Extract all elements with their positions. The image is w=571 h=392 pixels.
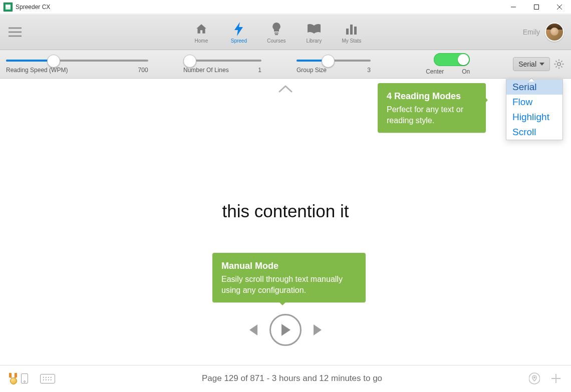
callout-body: Easily scroll through text manually usin… [221, 274, 357, 295]
nav-home[interactable]: Home [182, 15, 220, 50]
callout-title: 4 Reading Modes [387, 90, 477, 102]
svg-rect-2 [350, 25, 353, 35]
nav-stats[interactable]: My Stats [333, 15, 370, 50]
user-name: Emily [523, 28, 540, 36]
next-icon [313, 323, 324, 336]
window-maximize-button[interactable] [525, 0, 548, 14]
phone-icon [21, 373, 28, 383]
medal-icon [9, 373, 17, 384]
window-minimize-button[interactable] [502, 0, 525, 14]
bulb-icon [271, 21, 281, 37]
reading-stage: 4 Reading Modes Perfect for any text or … [0, 79, 571, 365]
svg-rect-1 [346, 29, 349, 35]
svg-rect-3 [354, 27, 357, 35]
speed-label: Reading Speed (WPM) [6, 67, 68, 74]
speed-value: 700 [138, 67, 148, 74]
play-button[interactable] [269, 314, 302, 346]
next-button[interactable] [313, 323, 324, 336]
play-icon [279, 323, 292, 337]
nav-label: Courses [267, 38, 286, 44]
group-slider[interactable]: Group Size 3 [297, 50, 371, 78]
window-close-button[interactable] [548, 0, 571, 14]
plus-icon [550, 372, 562, 384]
app-window: Spreeder CX Home [0, 0, 571, 392]
svg-rect-0 [534, 5, 539, 9]
menu-button[interactable] [0, 15, 30, 50]
mode-option-serial[interactable]: Serial [506, 80, 562, 95]
reading-text: this contention it [0, 201, 571, 221]
chevron-down-icon [539, 62, 544, 66]
group-label: Group Size [297, 67, 327, 74]
bars-icon [346, 21, 358, 37]
keyboard-button[interactable] [40, 374, 55, 383]
group-value: 3 [367, 67, 371, 74]
mode-select-button[interactable]: Serial [513, 57, 550, 71]
nav-label: Spreed [231, 38, 247, 44]
nav-library[interactable]: Library [295, 15, 333, 50]
status-bar: Page 129 of 871 - 3 hours and 12 minutes… [0, 365, 571, 391]
nav-label: My Stats [342, 38, 361, 44]
maximize-icon [534, 5, 539, 10]
nav-courses[interactable]: Courses [257, 15, 295, 50]
main-nav: Home Spreed Courses Library [30, 15, 523, 50]
mode-dropdown: Serial Flow Highlight Scroll [506, 79, 563, 140]
playback-controls [0, 314, 571, 346]
callout-body: Perfect for any text or reading style. [387, 104, 477, 126]
center-state: On [462, 68, 470, 75]
settings-button[interactable] [553, 58, 565, 70]
mode-area: Serial [513, 50, 565, 78]
nav-label: Home [195, 38, 208, 44]
prev-icon [247, 323, 258, 336]
mode-selected-label: Serial [518, 60, 536, 68]
lines-slider[interactable]: Number Of Lines 1 [183, 50, 261, 78]
titlebar: Spreeder CX [0, 0, 571, 14]
gear-icon [553, 58, 565, 70]
header: Home Spreed Courses Library [0, 14, 571, 50]
mode-option-scroll[interactable]: Scroll [506, 125, 562, 140]
close-icon [557, 5, 562, 10]
avatar [545, 23, 564, 42]
mode-option-flow[interactable]: Flow [506, 95, 562, 110]
center-label: Center [426, 68, 444, 75]
user-area[interactable]: Emily [523, 15, 571, 50]
svg-point-4 [557, 63, 560, 66]
minimize-icon [511, 5, 516, 10]
nav-spreed[interactable]: Spreed [220, 15, 257, 50]
center-toggle[interactable]: Center On [426, 50, 470, 78]
speed-slider[interactable]: Reading Speed (WPM) 700 [6, 50, 148, 78]
bolt-icon [233, 21, 245, 37]
nav-label: Library [307, 38, 322, 44]
callout-title: Manual Mode [221, 260, 357, 272]
callout-manual-mode: Manual Mode Easily scroll through text m… [212, 253, 366, 302]
hamburger-icon [9, 27, 22, 37]
lines-label: Number Of Lines [183, 67, 229, 74]
collapse-button[interactable] [278, 85, 293, 93]
chevron-up-icon [278, 85, 293, 93]
lines-value: 1 [258, 67, 261, 74]
controls-bar: Reading Speed (WPM) 700 Number Of Lines … [0, 50, 571, 79]
pin-icon [529, 372, 540, 385]
mode-option-highlight[interactable]: Highlight [506, 110, 562, 125]
app-icon [4, 3, 13, 12]
book-icon [307, 21, 322, 37]
location-button[interactable] [529, 372, 540, 385]
svg-point-6 [534, 377, 535, 378]
status-text: Page 129 of 871 - 3 hours and 12 minutes… [55, 373, 529, 383]
home-icon [195, 21, 208, 37]
window-title: Spreeder CX [16, 4, 50, 11]
prev-button[interactable] [247, 323, 258, 336]
callout-reading-modes: 4 Reading Modes Perfect for any text or … [378, 83, 486, 133]
add-button[interactable] [550, 372, 562, 384]
